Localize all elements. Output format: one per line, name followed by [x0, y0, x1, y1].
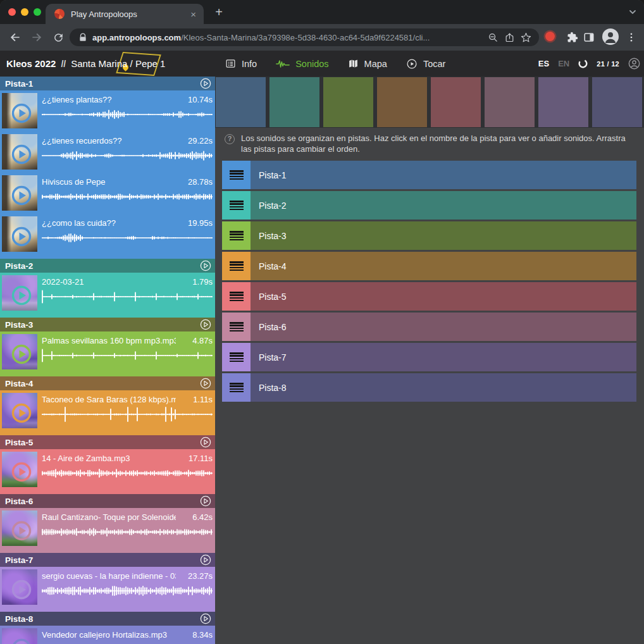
- clip-thumbnail[interactable]: [2, 511, 37, 546]
- track-row-bar[interactable]: Pista-7: [251, 343, 636, 371]
- track-row[interactable]: Pista-6: [222, 313, 636, 341]
- account-icon[interactable]: [628, 58, 640, 70]
- clip-play-icon[interactable]: [11, 185, 32, 206]
- lang-en-button[interactable]: EN: [558, 59, 569, 68]
- clip-thumbnail[interactable]: [2, 628, 37, 644]
- track-row[interactable]: Pista-2: [222, 191, 636, 220]
- track-row-bar[interactable]: Pista-4: [251, 252, 636, 280]
- clip-waveform[interactable]: [42, 405, 213, 424]
- track-row[interactable]: Pista-5: [222, 282, 636, 311]
- drag-handle[interactable]: [222, 252, 251, 280]
- zoom-out-icon[interactable]: [485, 29, 501, 46]
- side-panel-icon[interactable]: [581, 30, 597, 45]
- audio-clip[interactable]: ¿¿tienes plantas?? 10.74s: [0, 90, 215, 132]
- audio-clip[interactable]: sergio cuevas - la harpe indienne - 03 -…: [0, 567, 215, 608]
- track-header[interactable]: Pista-2: [0, 259, 215, 273]
- track-row-bar[interactable]: Pista-3: [251, 221, 636, 250]
- drag-handle[interactable]: [222, 221, 251, 250]
- track-row-bar[interactable]: Pista-2: [251, 191, 636, 220]
- back-button[interactable]: [8, 30, 23, 45]
- clip-thumbnail[interactable]: [2, 334, 37, 369]
- play-track-icon[interactable]: [200, 437, 211, 448]
- clip-play-icon[interactable]: [11, 103, 32, 123]
- play-track-icon[interactable]: [200, 554, 211, 566]
- tab-search-chevron-icon[interactable]: [628, 7, 638, 17]
- nav-tab-mapa[interactable]: Mapa: [348, 58, 387, 69]
- clip-waveform[interactable]: [42, 464, 213, 483]
- clip-thumbnail[interactable]: [2, 175, 37, 211]
- track-color-square[interactable]: [216, 77, 266, 127]
- clip-play-icon[interactable]: [11, 521, 32, 541]
- clip-waveform[interactable]: [42, 287, 213, 306]
- track-color-square[interactable]: [538, 77, 588, 127]
- audio-clip[interactable]: 14 - Aire de Zamba.mp3 17.11s: [0, 449, 215, 490]
- clip-waveform[interactable]: [42, 523, 213, 542]
- play-track-icon[interactable]: [200, 495, 211, 507]
- audio-clip[interactable]: Taconeo de Sara Baras (128 kbps).mp3 1.1…: [0, 390, 215, 431]
- clip-play-icon[interactable]: [11, 144, 32, 164]
- clip-play-icon[interactable]: [11, 344, 32, 364]
- clip-thumbnail[interactable]: [2, 134, 37, 170]
- clip-waveform[interactable]: [42, 105, 213, 124]
- drag-handle[interactable]: [222, 343, 251, 371]
- track-header[interactable]: Pista-6: [0, 494, 215, 508]
- bookmark-star-icon[interactable]: [517, 29, 534, 46]
- track-row-bar[interactable]: Pista-5: [251, 282, 636, 311]
- breadcrumb-project[interactable]: Kleos 2022: [6, 58, 56, 69]
- clip-thumbnail[interactable]: [2, 216, 37, 252]
- clip-thumbnail[interactable]: [2, 93, 37, 128]
- address-bar[interactable]: app.antropoloops.com/Kleos-Santa-Marina/…: [70, 28, 539, 46]
- drag-handle[interactable]: [222, 191, 251, 220]
- audio-clip[interactable]: ¿¿como las cuida?? 19.95s: [0, 214, 215, 255]
- track-color-square[interactable]: [592, 77, 642, 127]
- audio-clip[interactable]: 2022-03-21 1.79s: [0, 273, 215, 314]
- lang-es-button[interactable]: ES: [538, 59, 549, 68]
- clip-waveform[interactable]: [42, 146, 213, 165]
- clip-play-icon[interactable]: [11, 462, 32, 482]
- window-zoom-button[interactable]: [34, 8, 41, 16]
- new-tab-button[interactable]: +: [211, 4, 226, 20]
- clip-thumbnail[interactable]: [2, 452, 37, 487]
- profile-avatar[interactable]: [602, 28, 619, 45]
- nav-tab-info[interactable]: Info: [225, 58, 257, 69]
- audio-clip[interactable]: Hiviscus de Pepe 28.78s: [0, 173, 215, 214]
- nav-tab-sonidos[interactable]: Sonidos: [276, 59, 328, 69]
- breadcrumb-section[interactable]: Santa Marina / Pepe 1: [71, 58, 165, 69]
- clip-waveform[interactable]: [42, 228, 213, 247]
- play-track-icon[interactable]: [200, 613, 211, 624]
- track-color-square[interactable]: [485, 77, 535, 127]
- track-color-square[interactable]: [269, 77, 319, 127]
- clip-waveform[interactable]: [42, 346, 213, 365]
- track-header[interactable]: Pista-7: [0, 553, 215, 567]
- window-close-button[interactable]: [8, 8, 16, 16]
- forward-button[interactable]: [29, 30, 44, 45]
- play-track-icon[interactable]: [200, 78, 211, 89]
- clip-waveform[interactable]: [42, 640, 213, 644]
- track-row-bar[interactable]: Pista-1: [251, 161, 636, 189]
- play-track-icon[interactable]: [200, 260, 211, 271]
- clip-waveform[interactable]: [42, 581, 213, 600]
- clip-play-icon[interactable]: [11, 579, 32, 600]
- clip-waveform[interactable]: [42, 187, 213, 206]
- track-header[interactable]: Pista-5: [0, 435, 215, 449]
- nav-tab-tocar[interactable]: Tocar: [406, 58, 445, 70]
- clip-play-icon[interactable]: [11, 638, 32, 644]
- play-track-icon[interactable]: [200, 319, 211, 330]
- track-header[interactable]: Pista-3: [0, 318, 215, 331]
- track-header[interactable]: Pista-8: [0, 612, 215, 626]
- drag-handle[interactable]: [222, 313, 251, 341]
- track-row[interactable]: Pista-3: [222, 221, 636, 250]
- share-icon[interactable]: [501, 29, 517, 46]
- track-header[interactable]: Pista-4: [0, 376, 215, 390]
- drag-handle[interactable]: [222, 161, 251, 189]
- track-color-square[interactable]: [377, 77, 427, 127]
- track-row[interactable]: Pista-1: [222, 161, 636, 189]
- audio-clip[interactable]: Vendedor callejero Hortalizas.mp3 8.34s: [0, 626, 215, 644]
- play-track-icon[interactable]: [200, 378, 211, 389]
- record-indicator-icon[interactable]: [545, 32, 555, 41]
- drag-handle[interactable]: [222, 282, 251, 311]
- clip-play-icon[interactable]: [11, 226, 32, 247]
- drag-handle[interactable]: [222, 373, 251, 402]
- clip-thumbnail[interactable]: [2, 569, 37, 605]
- audio-clip[interactable]: Raul Cantizano- Toque por Solenoide.mp3 …: [0, 508, 215, 549]
